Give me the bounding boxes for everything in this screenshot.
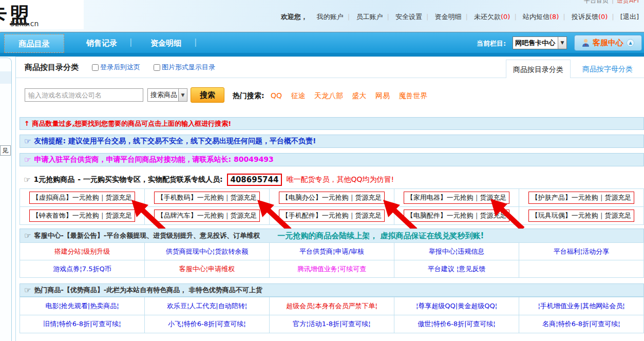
image-mode-checkbox[interactable] xyxy=(154,64,160,71)
current-column-value: 网吧售卡中心 xyxy=(513,39,558,48)
hot-link-super-member[interactable]: 超级会员¦本身有会员严禁下单¦ xyxy=(286,302,377,310)
hand-pointer-icon: ☞ xyxy=(24,286,31,295)
hot-link-jiuqing[interactable]: 旧情¦特价6-8折|可查可续¦ xyxy=(43,320,121,328)
red-arrow-icon xyxy=(256,199,293,231)
tab-funds-detail[interactable]: 资金明细 xyxy=(138,34,194,53)
red-arrow-icon xyxy=(130,199,167,231)
hot-link-shanda[interactable]: 盛大 xyxy=(352,91,366,100)
table-row: 搭建分站¦级别升级 供货商提现中心¦货款转余额 平台供货商¦申请/审核 举报中心… xyxy=(20,243,644,260)
hand-pointer-icon: ☞ xyxy=(24,175,30,184)
login-landing-checkbox[interactable] xyxy=(92,64,99,71)
current-column-label: 当前栏目: xyxy=(477,39,506,48)
purchase-api-link[interactable]: 进货API xyxy=(617,0,639,4)
svc-link-supplier-apply[interactable]: 平台供货商¦申请/审核 xyxy=(299,248,364,255)
hot-link-mobile-vas[interactable]: ¦手机增值业务|其他网站会员¦ xyxy=(538,302,624,310)
nav-separator: | xyxy=(129,37,132,47)
table-row: 电影¦抢先观看|热卖商品¦ 欢乐豆¦人工代充|自动陪转¦ 超级会员¦本身有会员严… xyxy=(20,297,644,315)
hot-link-xiaofei[interactable]: 小飞¦特价6-8折|可查可续¦ xyxy=(168,320,245,328)
account-menu: 欢迎您， 我的账户| 员工账户| 安全设置| 资金明细| 未还欠款(0)| 站内… xyxy=(281,12,639,22)
flash-sale-header: ☞ 1元抢购商品 - 一元购买实物专区，实物配货联系专线人员: 40869574… xyxy=(20,173,644,187)
flash-item-skincare[interactable]: 【护肤产品】一元抢购｜货源充足 xyxy=(528,192,635,204)
tab-by-category[interactable]: 商品按目录分类 xyxy=(506,60,571,78)
left-peek-box[interactable]: 见 xyxy=(0,145,11,156)
tab-sales-records[interactable]: 销售记录 xyxy=(73,34,130,53)
site-message-link[interactable]: 站内短信(8) xyxy=(523,13,559,21)
svc-link-platform-welfare[interactable]: 平台福利¦活动分享 xyxy=(554,248,609,255)
hot-products-section-header: ☞ 热门商品-【优势商品】-此栏为本站自有特色商品， 非特色优势商品不可上货 xyxy=(20,283,644,297)
notice-search-tip: ↑ 商品数量过多,想要找到您需要的商品可点击上面的输入框进行搜索! xyxy=(20,117,644,130)
customer-service-label: 客服中心 xyxy=(593,38,623,48)
hot-link-official[interactable]: 官方¦活动1-8折|可查可续¦ xyxy=(293,320,370,328)
hand-pointer-icon: ☞ xyxy=(24,231,31,240)
customer-service-button[interactable]: 客服中心 ▲ xyxy=(574,35,642,51)
search-category-select[interactable]: 搜索商品 ▼ xyxy=(147,88,187,102)
hot-link-happy-beans[interactable]: 欢乐豆¦人工代充|自动陪转¦ xyxy=(167,302,247,310)
notice-supplier-apply: ☞ 申请入驻平台供货商，申请平台间商品对接功能，请联系站长: 80049493 xyxy=(20,153,644,166)
hot-link-wangyi[interactable]: 网易 xyxy=(375,91,390,100)
site-logo[interactable]: 卡盟 52ka.cn xyxy=(0,0,84,29)
service-section-header: ☞ 客服中心-【最新公告】-平台余额提现、进货级别提升、意见投诉、订单维权 一元… xyxy=(20,229,644,243)
flash-item-mobile-digital[interactable]: 【手机数码】一元抢购｜货源充足 xyxy=(154,192,260,204)
my-account-link[interactable]: 我的账户 xyxy=(317,13,344,21)
top-mini-links: 平台首页|进货API xyxy=(584,0,639,5)
table-row: 旧情¦特价6-8折|可查可续¦ 小飞¦特价6-8折|可查可续¦ 官方¦活动1-8… xyxy=(20,315,644,333)
flash-sale-subtitle: - 一元购买实物专区，实物配货联系专线人员: xyxy=(78,175,222,184)
svc-link-report-center[interactable]: 举报中心¦违规信息 xyxy=(429,248,484,255)
flash-item-watch-jewelry[interactable]: 【钟表首饰】一元抢购｜货源充足 xyxy=(29,210,136,222)
hot-link-zhengtu[interactable]: 征途 xyxy=(291,91,306,100)
flash-item-virtual[interactable]: 【虚拟商品】一元抢购｜货源充足 xyxy=(29,192,136,204)
logout-link[interactable]: [退出] xyxy=(620,13,639,21)
flash-item-toy[interactable]: 【玩具玩偶】一元抢购｜货源充足 xyxy=(528,210,635,222)
image-mode-checkbox-group: 图片形式显示目录 xyxy=(154,63,215,72)
login-landing-label[interactable]: 登录后到这页 xyxy=(100,63,140,72)
staff-account-link[interactable]: 员工账户 xyxy=(356,13,383,21)
hot-link-movie[interactable]: 电影¦抢先观看|热卖商品¦ xyxy=(45,302,119,310)
tab-product-catalog[interactable]: 商品目录 xyxy=(4,34,64,53)
hot-link-super-qq[interactable]: ¦尊享超级QQ|黄金超级QQ¦ xyxy=(416,302,497,310)
nav-separator: | xyxy=(194,37,197,47)
svc-link-platform-suggestion[interactable]: 平台建议 ¦意见反馈 xyxy=(428,265,486,273)
hot-link-moshoushijie[interactable]: 魔兽世界 xyxy=(399,91,427,100)
flash-sale-title: 1元抢购商品 xyxy=(33,175,74,184)
hot-link-aoshi[interactable]: 傲世¦特价6-8折|可查可续¦ xyxy=(418,320,495,328)
search-button[interactable]: 搜索 xyxy=(191,87,224,103)
flash-sale-warning: 唯一配货专员，其他QQ均为仿冒! xyxy=(286,175,394,184)
hot-link-qq[interactable]: QQ xyxy=(271,91,282,100)
hot-link-mingshang[interactable]: 名商¦特价6-8折|可查可续¦ xyxy=(542,320,620,328)
unpaid-debt-link[interactable]: 未还欠款(0) xyxy=(474,13,510,21)
table-row: 【虚拟商品】一元抢购｜货源充足 【手机数码】一元抢购｜货源充足 【电脑办公】一元… xyxy=(20,189,644,207)
image-mode-label[interactable]: 图片形式显示目录 xyxy=(162,63,215,72)
hot-link-tianlongbabu[interactable]: 天龙八部 xyxy=(314,91,343,100)
red-arrow-icon xyxy=(489,198,526,230)
page-title: 商品按目录分类 xyxy=(25,63,79,72)
svc-link-rights-protection[interactable]: 客服中心¦申请维权 xyxy=(179,265,235,273)
svc-link-game-points[interactable]: 游戏点券¦7.5折Q币 xyxy=(53,265,111,273)
flash-sale-qq-number: 408695744 xyxy=(227,174,282,186)
complaint-feedback-link[interactable]: 投诉反馈(0) xyxy=(572,13,608,21)
hot-search-label: 热门搜索: xyxy=(233,91,264,100)
hand-pointer-icon: ☞ xyxy=(24,155,31,164)
flash-sale-table: 【虚拟商品】一元抢购｜货源充足 【手机数码】一元抢购｜货源充足 【电脑办公】一元… xyxy=(20,188,644,225)
flash-item-phone-accessory[interactable]: 【手机配件】一元抢购｜货源充足 xyxy=(279,210,385,222)
svc-link-substation[interactable]: 搭建分站¦级别升级 xyxy=(54,248,110,255)
chevron-down-icon: ▼ xyxy=(558,37,566,49)
flash-item-brand-car[interactable]: 【品牌汽车】一元抢购｜货源充足 xyxy=(154,210,260,222)
search-input[interactable] xyxy=(25,88,143,102)
login-landing-checkbox-group: 登录后到这页 xyxy=(92,63,140,72)
svc-link-tencent-vas[interactable]: 腾讯增值业务¦可续可查 xyxy=(297,265,366,273)
left-edge-panel xyxy=(0,58,12,341)
person-icon xyxy=(582,39,590,47)
hot-products-table: 电影¦抢先观看|热卖商品¦ 欢乐豆¦人工代充|自动陪转¦ 超级会员¦本身有会员严… xyxy=(20,297,644,333)
hand-pointer-icon: ☞ xyxy=(24,137,31,146)
chevron-down-icon: ▼ xyxy=(178,89,187,101)
svc-link-supplier-withdraw[interactable]: 供货商提现中心¦货款转余额 xyxy=(166,248,248,255)
home-link[interactable]: 平台首页 xyxy=(584,0,609,4)
service-table: 搭建分站¦级别升级 供货商提现中心¦货款转余额 平台供货商¦申请/审核 举报中心… xyxy=(20,242,644,278)
table-row: 游戏点券¦7.5折Q币 客服中心¦申请维权 腾讯增值业务¦可续可查 平台建议 ¦… xyxy=(20,260,644,278)
tab-by-letter[interactable]: 商品按字母分类 xyxy=(572,60,643,78)
security-settings-link[interactable]: 安全设置 xyxy=(395,13,422,21)
current-column-select[interactable]: 网吧售卡中心 ▼ xyxy=(513,36,567,49)
flash-item-computer-office[interactable]: 【电脑办公】一元抢购｜货源充足 xyxy=(279,192,385,204)
funds-detail-link[interactable]: 资金明细 xyxy=(434,13,461,21)
hot-search-row: 热门搜索: QQ 征途 天龙八部 盛大 网易 魔兽世界 xyxy=(233,91,434,101)
